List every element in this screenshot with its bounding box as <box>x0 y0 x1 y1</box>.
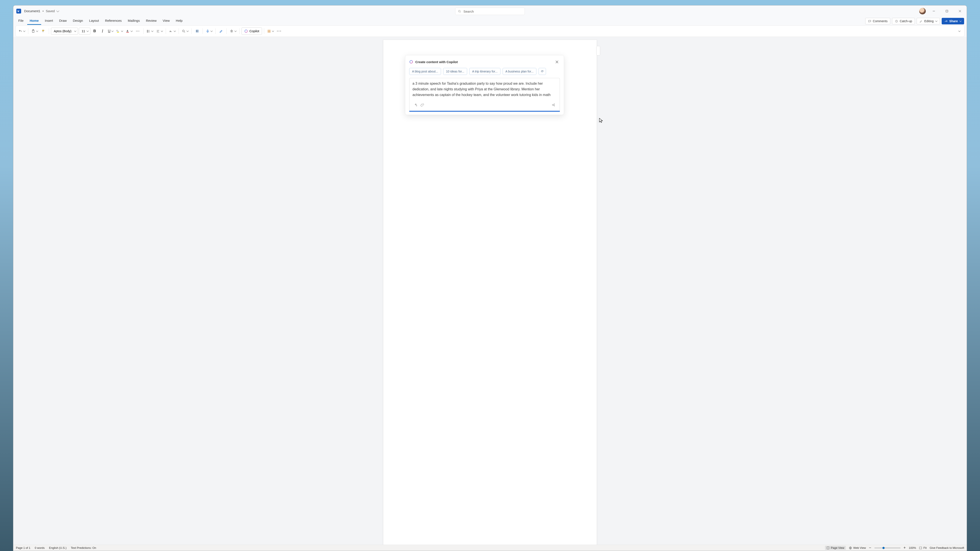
tab-home[interactable]: Home <box>27 17 41 25</box>
svg-point-12 <box>147 30 148 30</box>
chevron-down-icon <box>56 10 59 12</box>
svg-rect-29 <box>269 30 270 31</box>
search-placeholder: Search <box>463 10 474 13</box>
web-view-button[interactable]: Web View <box>849 546 866 549</box>
dictate-button[interactable] <box>205 27 213 35</box>
read-aloud-button[interactable] <box>194 27 200 35</box>
document-page[interactable]: Create content with Copilot A blog post … <box>383 40 597 545</box>
copilot-title: Create content with Copilot <box>415 60 458 64</box>
copilot-prompt-box[interactable]: a 3 minute speech for Tasha's graduation… <box>409 78 560 112</box>
send-button[interactable] <box>550 102 557 108</box>
table-grid-button[interactable] <box>266 27 275 35</box>
tab-file[interactable]: File <box>16 17 26 25</box>
search-input[interactable]: Search <box>455 8 525 15</box>
text-predictions[interactable]: Text Predictions: On <box>71 546 96 549</box>
tab-row-right: Comments Catch-up Editing Share <box>865 18 964 24</box>
align-button[interactable] <box>155 27 164 35</box>
minimize-button[interactable] <box>929 7 939 16</box>
mouse-cursor <box>599 118 603 124</box>
chip-trip-itinerary[interactable]: A trip itinerary for... <box>469 68 500 75</box>
highlight-button[interactable] <box>115 27 124 35</box>
tab-help[interactable]: Help <box>173 17 185 25</box>
ribbon-toolbar: Aptos (Body) 11 B I U A ··· Aa <box>16 25 964 37</box>
paste-button[interactable] <box>30 27 39 35</box>
editing-mode-button[interactable]: Editing <box>916 18 940 24</box>
zoom-out-button[interactable]: − <box>869 546 871 550</box>
user-avatar[interactable] <box>919 8 926 14</box>
bullets-button[interactable] <box>145 27 154 35</box>
attach-button[interactable] <box>419 102 426 108</box>
bold-button[interactable]: B <box>91 27 98 35</box>
comments-button[interactable]: Comments <box>865 18 891 24</box>
catch-up-button[interactable]: Catch-up <box>892 18 915 24</box>
page-indicator[interactable]: Page 1 of 1 <box>16 546 30 549</box>
refresh-icon <box>541 70 544 73</box>
svg-rect-30 <box>268 31 269 32</box>
font-family-select[interactable]: Aptos (Body) <box>51 28 78 35</box>
chip-blog-post[interactable]: A blog post about... <box>409 68 441 75</box>
comment-icon <box>868 20 871 23</box>
word-count[interactable]: 0 words <box>35 546 45 549</box>
attachment-icon <box>420 103 424 107</box>
svg-text:A: A <box>127 30 129 32</box>
tab-mailings[interactable]: Mailings <box>126 17 142 25</box>
tab-draw[interactable]: Draw <box>57 17 69 25</box>
pencil-icon <box>920 20 923 23</box>
maximize-button[interactable] <box>942 7 952 16</box>
font-size-select[interactable]: 11 <box>79 28 91 35</box>
svg-line-24 <box>184 32 185 32</box>
tab-insert[interactable]: Insert <box>43 17 56 25</box>
share-button[interactable]: Share <box>942 18 964 24</box>
undo-button[interactable] <box>18 27 26 35</box>
doc-name: Document1 <box>24 10 40 13</box>
styles-button[interactable]: Aa <box>168 27 177 35</box>
designer-button[interactable] <box>229 27 237 35</box>
svg-point-23 <box>183 30 185 32</box>
share-icon <box>945 20 948 23</box>
more-commands[interactable]: ··· <box>276 27 283 35</box>
search-icon <box>458 10 461 13</box>
chip-business-plan[interactable]: A business plan for... <box>503 68 536 75</box>
svg-point-27 <box>245 30 247 32</box>
zoom-in-button[interactable]: + <box>904 546 906 550</box>
tab-references[interactable]: References <box>103 17 124 25</box>
chip-ideas[interactable]: 10 ideas for... <box>443 68 467 75</box>
find-button[interactable] <box>181 27 189 35</box>
refresh-chips-button[interactable] <box>539 68 546 75</box>
zoom-slider[interactable] <box>874 548 900 548</box>
tab-view[interactable]: View <box>160 17 172 25</box>
svg-rect-37 <box>920 547 922 549</box>
prompt-text[interactable]: a 3 minute speech for Tasha's graduation… <box>412 81 557 98</box>
sparkle-icon <box>414 103 417 107</box>
close-window-button[interactable] <box>955 7 965 16</box>
tab-layout[interactable]: Layout <box>87 17 101 25</box>
page-view-button[interactable]: Page View <box>825 546 846 550</box>
app-window: Document1 • Saved Search File Home Inser… <box>13 5 967 551</box>
svg-point-32 <box>410 60 413 64</box>
chevron-down-icon <box>959 20 962 22</box>
zoom-level[interactable]: 100% <box>909 546 916 549</box>
margin-handle[interactable] <box>596 46 600 56</box>
format-painter-button[interactable] <box>40 27 47 35</box>
svg-rect-31 <box>269 31 270 32</box>
feedback-link[interactable]: Give Feedback to Microsoft <box>930 546 964 549</box>
inspire-button[interactable] <box>412 102 419 108</box>
language-indicator[interactable]: English (U.S.) <box>49 546 67 549</box>
editor-button[interactable] <box>218 27 224 35</box>
copilot-icon <box>409 60 413 64</box>
tab-design[interactable]: Design <box>70 17 85 25</box>
svg-rect-35 <box>827 547 829 549</box>
document-title[interactable]: Document1 • Saved <box>24 10 59 13</box>
svg-point-16 <box>147 32 148 32</box>
fit-button[interactable]: Fit <box>919 546 926 549</box>
more-font-options[interactable]: ··· <box>134 27 142 35</box>
italic-button[interactable]: I <box>99 27 106 35</box>
tab-review[interactable]: Review <box>143 17 159 25</box>
copilot-ribbon-button[interactable]: Copilot <box>242 27 262 35</box>
save-state: Saved <box>46 10 55 13</box>
chevron-down-icon <box>935 20 937 22</box>
underline-button[interactable]: U <box>107 27 115 35</box>
font-color-button[interactable]: A <box>125 27 134 35</box>
collapse-ribbon[interactable] <box>956 27 963 35</box>
close-copilot-button[interactable] <box>554 59 560 65</box>
